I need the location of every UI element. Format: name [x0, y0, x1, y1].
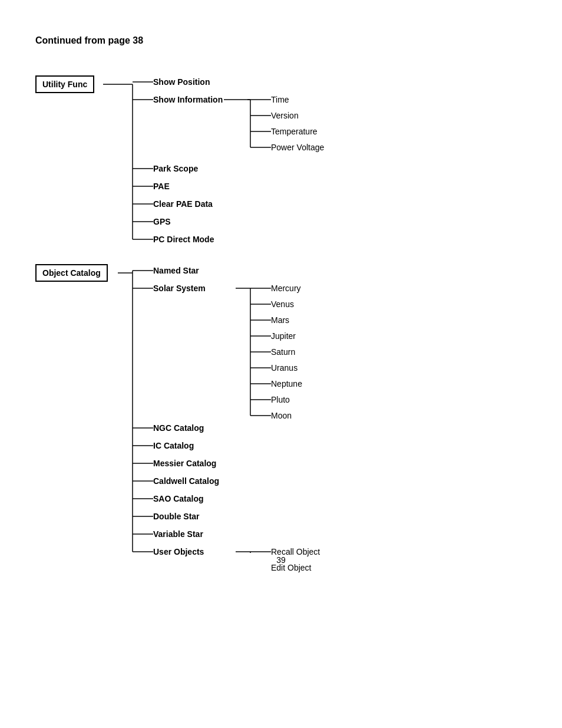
show-position: Show Position — [153, 77, 210, 87]
page-number: 39 — [0, 555, 562, 565]
tree-wrapper: Utility Func Show Position Show Informat… — [35, 70, 477, 553]
object-catalog-label: Object Catalog — [35, 264, 108, 282]
solar-system: Solar System — [153, 284, 206, 293]
version: Version — [271, 111, 299, 120]
ic-catalog: IC Catalog — [153, 441, 194, 450]
sao-catalog: SAO Catalog — [153, 494, 204, 503]
double-star: Double Star — [153, 512, 200, 521]
tree-lines — [35, 70, 477, 553]
pc-direct-mode: PC Direct Mode — [153, 235, 214, 244]
utility-func-box: Utility Func — [35, 75, 94, 93]
time: Time — [271, 95, 289, 104]
object-catalog-box: Object Catalog — [35, 264, 108, 282]
pluto: Pluto — [271, 395, 290, 404]
jupiter: Jupiter — [271, 331, 296, 341]
ngc-catalog: NGC Catalog — [153, 423, 204, 433]
uranus: Uranus — [271, 363, 297, 373]
pae: PAE — [153, 182, 170, 191]
mercury: Mercury — [271, 284, 301, 293]
gps: GPS — [153, 217, 171, 226]
mars: Mars — [271, 315, 289, 325]
clear-pae-data: Clear PAE Data — [153, 199, 213, 209]
neptune: Neptune — [271, 379, 302, 388]
page-container: Continued from page 38 Utility Func Show… — [0, 0, 562, 588]
power-voltage: Power Voltage — [271, 143, 324, 152]
saturn: Saturn — [271, 347, 295, 357]
show-information: Show Information — [153, 95, 223, 104]
variable-star: Variable Star — [153, 529, 203, 539]
park-scope: Park Scope — [153, 164, 198, 173]
moon: Moon — [271, 411, 292, 420]
temperature: Temperature — [271, 127, 318, 136]
utility-func-label: Utility Func — [35, 75, 94, 93]
caldwell-catalog: Caldwell Catalog — [153, 476, 219, 486]
venus: Venus — [271, 299, 294, 309]
messier-catalog: Messier Catalog — [153, 459, 216, 468]
named-star: Named Star — [153, 266, 199, 275]
continued-header: Continued from page 38 — [35, 35, 527, 46]
